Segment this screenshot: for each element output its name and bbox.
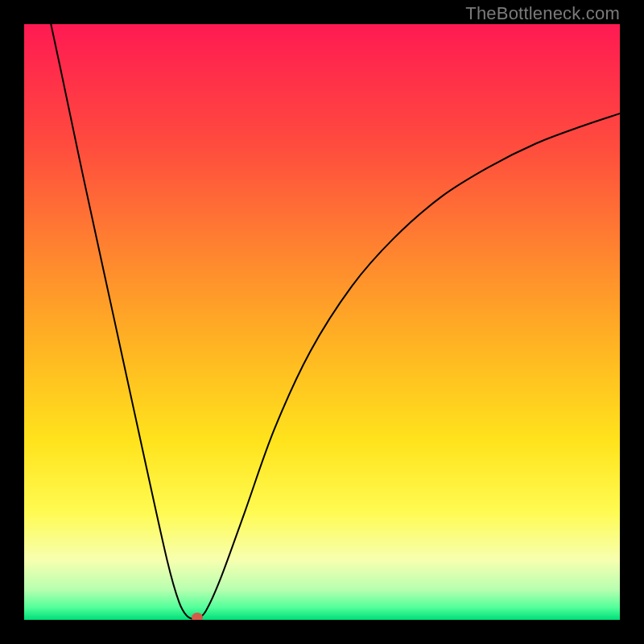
plot-area bbox=[24, 24, 620, 620]
bottleneck-curve bbox=[51, 24, 620, 619]
curve-layer bbox=[24, 24, 620, 620]
minimum-marker bbox=[192, 613, 203, 620]
watermark-text: TheBottleneck.com bbox=[465, 3, 620, 24]
chart-stage: TheBottleneck.com bbox=[0, 0, 644, 644]
